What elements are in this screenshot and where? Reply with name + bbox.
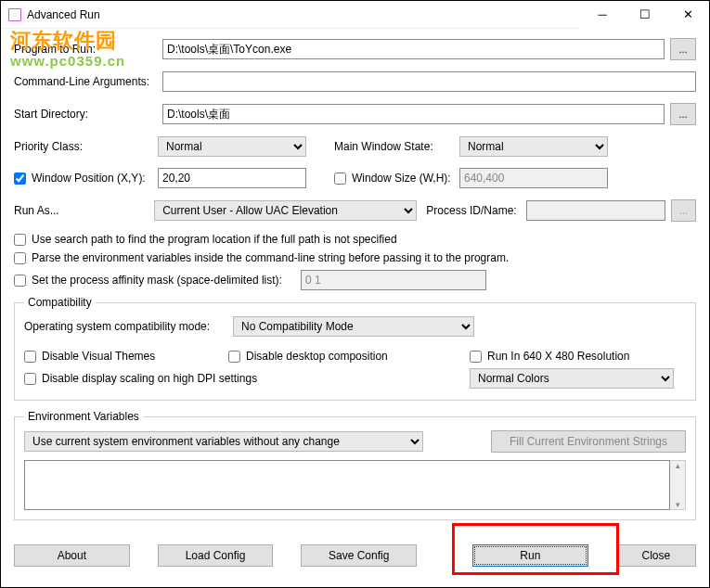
winsize-label: Window Size (W,H): [352, 172, 451, 185]
disable-desktop-label: Disable desktop composition [246, 350, 388, 363]
winpos-label: Window Position (X,Y): [32, 172, 146, 185]
env-scrollbar[interactable]: ▴▾ [670, 460, 686, 510]
parseenv-label: Parse the environment variables inside t… [32, 251, 509, 264]
disable-themes-label: Disable Visual Themes [42, 350, 155, 363]
env-textarea [24, 460, 670, 510]
maximize-button[interactable]: ☐ [624, 1, 666, 29]
winsize-input [459, 168, 608, 188]
env-group: Environment Variables Use current system… [14, 410, 696, 520]
startdir-label: Start Directory: [14, 108, 162, 121]
affinity-checkbox[interactable] [14, 275, 26, 287]
colors-select[interactable]: Normal Colors [470, 368, 674, 389]
winpos-checkbox[interactable] [14, 173, 26, 185]
searchpath-label: Use search path to find the program loca… [32, 233, 397, 246]
disable-dpi-label: Disable display scaling on high DPI sett… [42, 372, 257, 385]
priority-select[interactable]: Normal [158, 136, 306, 157]
disable-desktop-checkbox[interactable] [228, 351, 240, 363]
affinity-input [301, 270, 486, 290]
compatibility-legend: Compatibility [24, 296, 96, 309]
parseenv-checkbox[interactable] [14, 252, 26, 264]
disable-themes-checkbox[interactable] [24, 351, 36, 363]
oscompat-label: Operating system compatibility mode: [24, 320, 233, 333]
winsize-checkbox[interactable] [334, 173, 346, 185]
runas-label: Run As... [14, 204, 154, 217]
titlebar: Advanced Run ─ ☐ ✕ [1, 1, 709, 29]
run640-checkbox[interactable] [470, 351, 482, 363]
window-title: Advanced Run [27, 8, 581, 21]
procid-input [526, 200, 665, 221]
compatibility-group: Compatibility Operating system compatibi… [14, 296, 696, 401]
close-button[interactable]: Close [616, 544, 696, 567]
fill-env-button: Fill Current Environment Strings [491, 430, 686, 453]
affinity-label: Set the process affinity mask (space-del… [32, 274, 282, 287]
priority-label: Priority Class: [14, 140, 158, 153]
program-browse-button[interactable]: ... [670, 38, 696, 60]
startdir-input[interactable] [162, 104, 665, 124]
cmdline-label: Command-Line Arguments: [14, 75, 162, 88]
winpos-input[interactable] [158, 168, 306, 188]
envmode-select[interactable]: Use current system environment variables… [24, 431, 423, 452]
program-input[interactable] [162, 39, 665, 59]
load-config-button[interactable]: Load Config [158, 544, 274, 567]
program-label: Program to Run: [14, 43, 162, 56]
cmdline-input[interactable] [162, 71, 696, 92]
env-legend: Environment Variables [24, 410, 143, 423]
procid-label: Process ID/Name: [426, 204, 525, 217]
disable-dpi-checkbox[interactable] [24, 373, 36, 385]
app-icon [8, 8, 21, 21]
minimize-button[interactable]: ─ [581, 1, 624, 29]
procid-browse-button: ... [671, 199, 696, 222]
run-button[interactable]: Run [472, 544, 588, 567]
close-window-button[interactable]: ✕ [666, 1, 709, 29]
mainwin-select[interactable]: Normal [459, 136, 608, 157]
startdir-browse-button[interactable]: ... [670, 103, 696, 125]
oscompat-select[interactable]: No Compatibility Mode [233, 316, 474, 337]
runas-select[interactable]: Current User - Allow UAC Elevation [154, 200, 417, 221]
about-button[interactable]: About [14, 544, 130, 567]
save-config-button[interactable]: Save Config [301, 544, 417, 567]
mainwin-label: Main Window State: [334, 140, 459, 153]
run640-label: Run In 640 X 480 Resolution [487, 350, 629, 363]
searchpath-checkbox[interactable] [14, 234, 26, 246]
